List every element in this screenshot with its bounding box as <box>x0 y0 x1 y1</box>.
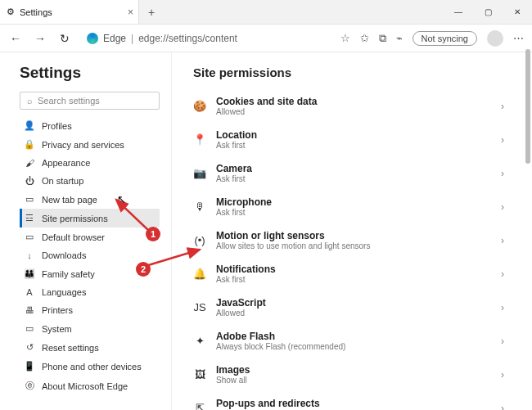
sidebar-item-appearance[interactable]: 🖌Appearance <box>20 154 160 172</box>
permission-item-adobe-flash[interactable]: ✦Adobe FlashAlways block Flash (recommen… <box>193 326 524 359</box>
sidebar-icon: 👪 <box>24 268 35 279</box>
permission-icon: 📷 <box>193 167 206 179</box>
sidebar-item-languages[interactable]: ALanguages <box>20 283 160 301</box>
more-menu-button[interactable]: ⋯ <box>513 32 524 44</box>
search-icon: ⌕ <box>27 96 33 106</box>
new-tab-button[interactable]: + <box>139 0 164 24</box>
maximize-button[interactable]: ▢ <box>473 0 503 24</box>
tab-title: Settings <box>20 7 52 17</box>
browser-toolbar: ← → ↻ Edge | edge://settings/content ☆ ✩… <box>0 25 532 52</box>
permission-title: Microphone <box>216 196 272 208</box>
scrollbar-thumb[interactable] <box>525 49 530 164</box>
sidebar-icon: A <box>24 287 35 297</box>
permission-item-camera[interactable]: 📷CameraAsk first› <box>193 158 524 191</box>
chevron-right-icon: › <box>501 268 504 280</box>
sidebar-item-printers[interactable]: 🖶Printers <box>20 301 160 319</box>
permission-item-notifications[interactable]: 🔔NotificationsAsk first› <box>193 259 524 292</box>
sidebar-icon: 📱 <box>24 361 35 372</box>
permission-title: JavaScript <box>216 297 266 309</box>
permission-item-motion-or-light-sensors[interactable]: (•)Motion or light sensorsAllow sites to… <box>193 225 524 259</box>
reader-icon[interactable]: ⌁ <box>396 32 403 44</box>
forward-button[interactable]: → <box>33 32 47 45</box>
back-button[interactable]: ← <box>8 32 23 45</box>
sidebar-item-phone-and-other-devices[interactable]: 📱Phone and other devices <box>20 357 160 376</box>
close-tab-button[interactable]: × <box>128 7 133 18</box>
sidebar-item-profiles[interactable]: 👤Profiles <box>20 116 160 135</box>
search-placeholder: Search settings <box>38 96 100 106</box>
settings-sidebar: Settings ⌕ Search settings 👤Profiles🔒Pri… <box>0 52 172 410</box>
sidebar-item-label: Reset settings <box>42 343 99 353</box>
edge-logo-icon <box>87 33 98 44</box>
permission-icon: ✦ <box>193 335 206 347</box>
sidebar-item-on-startup[interactable]: ⏻On startup <box>20 172 160 190</box>
permission-subtitle: Ask first <box>216 141 257 150</box>
sidebar-item-label: Phone and other devices <box>42 362 142 372</box>
sidebar-icon: 🖌 <box>24 158 35 168</box>
search-settings-input[interactable]: ⌕ Search settings <box>20 92 160 110</box>
sidebar-item-privacy-and-services[interactable]: 🔒Privacy and services <box>20 135 160 154</box>
permission-item-images[interactable]: 🖼ImagesShow all› <box>193 359 524 393</box>
sync-status[interactable]: Not syncing <box>413 31 477 46</box>
address-separator: | <box>131 33 133 44</box>
sidebar-icon: 🔒 <box>24 139 35 150</box>
sidebar-item-site-permissions[interactable]: ☲Site permissions <box>20 209 160 228</box>
chevron-right-icon: › <box>501 101 504 112</box>
permission-icon: 🍪 <box>193 100 206 112</box>
sidebar-item-default-browser[interactable]: ▭Default browser <box>20 228 160 246</box>
favorite-icon[interactable]: ☆ <box>340 32 350 44</box>
permission-title: Notifications <box>216 264 276 275</box>
sidebar-icon: ▭ <box>24 194 35 205</box>
sidebar-item-label: Printers <box>42 305 73 315</box>
permission-icon: 🔔 <box>193 268 206 280</box>
sidebar-item-label: Family safety <box>42 269 95 279</box>
sidebar-item-downloads[interactable]: ↓Downloads <box>20 246 160 264</box>
permission-title: Images <box>216 364 250 376</box>
refresh-button[interactable]: ↻ <box>57 32 72 45</box>
close-window-button[interactable]: ✕ <box>503 0 532 24</box>
sidebar-item-label: Downloads <box>42 250 86 260</box>
address-bar[interactable]: Edge | edge://settings/content <box>82 33 331 44</box>
profile-avatar[interactable] <box>487 30 503 47</box>
collections-icon[interactable]: ⧉ <box>379 32 386 45</box>
sidebar-item-system[interactable]: ▭System <box>20 319 160 338</box>
permission-title: Location <box>216 129 257 141</box>
permission-icon: (•) <box>193 234 206 246</box>
sidebar-item-label: Languages <box>42 287 86 297</box>
permission-item-cookies-and-site-data[interactable]: 🍪Cookies and site dataAllowed› <box>193 91 524 124</box>
permission-icon: 🎙 <box>193 200 206 213</box>
address-url: edge://settings/content <box>138 33 237 44</box>
sidebar-item-label: Appearance <box>42 158 90 168</box>
chevron-right-icon: › <box>501 403 504 411</box>
sidebar-item-reset-settings[interactable]: ↺Reset settings <box>20 338 160 357</box>
sidebar-icon: ☲ <box>24 213 35 223</box>
permission-title: Motion or light sensors <box>216 230 370 241</box>
sidebar-icon: ↓ <box>24 250 35 260</box>
sidebar-item-family-safety[interactable]: 👪Family safety <box>20 264 160 283</box>
permission-item-pop-ups-and-redirects[interactable]: ⇱Pop-ups and redirectsBlocked› <box>193 393 524 410</box>
sidebar-icon: ↺ <box>24 342 35 353</box>
chevron-right-icon: › <box>501 201 504 213</box>
permission-subtitle: Allowed <box>216 309 266 318</box>
panel-title: Site permissions <box>193 65 524 79</box>
page-title: Settings <box>20 64 160 82</box>
sidebar-item-about-microsoft-edge[interactable]: ⓔAbout Microsoft Edge <box>20 376 160 396</box>
sidebar-icon: 👤 <box>24 120 35 131</box>
minimize-button[interactable]: — <box>444 0 473 24</box>
permission-title: Camera <box>216 163 252 174</box>
sidebar-list: 👤Profiles🔒Privacy and services🖌Appearanc… <box>20 116 160 396</box>
window-controls: — ▢ ✕ <box>444 0 532 24</box>
permission-item-location[interactable]: 📍LocationAsk first› <box>193 124 524 158</box>
permission-subtitle: Show all <box>216 376 250 385</box>
sidebar-item-new-tab-page[interactable]: ▭New tab page <box>20 190 160 209</box>
permission-item-microphone[interactable]: 🎙MicrophoneAsk first› <box>193 191 524 225</box>
permission-subtitle: Ask first <box>216 174 252 183</box>
favorites-list-icon[interactable]: ✩ <box>360 32 369 44</box>
chevron-right-icon: › <box>501 134 504 146</box>
chevron-right-icon: › <box>501 302 504 313</box>
permission-item-javascript[interactable]: JSJavaScriptAllowed› <box>193 292 524 326</box>
permission-icon: JS <box>193 301 206 313</box>
permission-icon: 📍 <box>193 133 206 146</box>
permission-icon: ⇱ <box>193 402 206 410</box>
browser-tab[interactable]: ⚙ Settings × <box>0 0 139 24</box>
chevron-right-icon: › <box>501 235 504 246</box>
